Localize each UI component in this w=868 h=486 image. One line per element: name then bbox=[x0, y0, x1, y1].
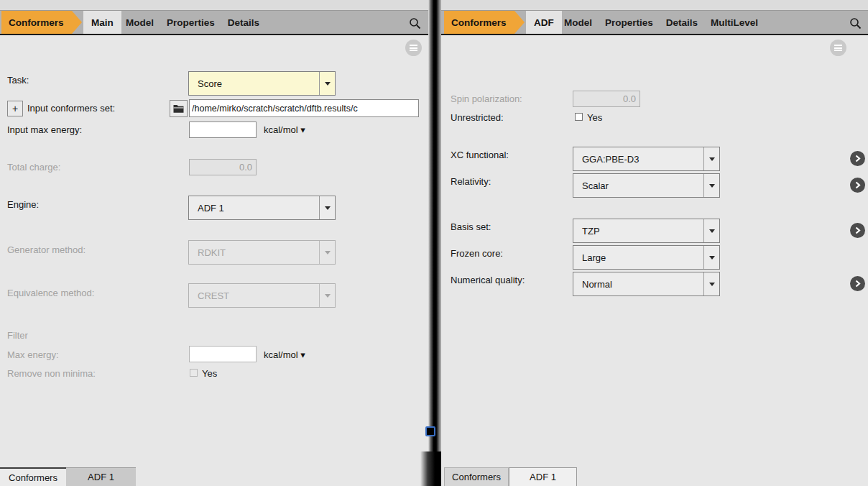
left-tab-main[interactable]: Main bbox=[83, 11, 121, 34]
right-tab-multilevel-label: MultiLevel bbox=[711, 17, 758, 28]
right-tab-multilevel[interactable]: MultiLevel bbox=[704, 11, 765, 34]
right-top-strip bbox=[440, 0, 868, 10]
left-panel-menu-button[interactable] bbox=[405, 40, 422, 56]
left-workflow-tab-label: Conformers bbox=[9, 17, 64, 28]
chevron-down-icon bbox=[325, 206, 331, 210]
right-tab-details[interactable]: Details bbox=[660, 11, 704, 34]
equivalence-method-label: Equivalence method: bbox=[7, 288, 94, 298]
chevron-down-icon bbox=[709, 157, 715, 161]
task-label: Task: bbox=[7, 75, 29, 86]
remove-non-minima-label: Remove non minima: bbox=[7, 368, 96, 379]
right-workflow-tab-label: Conformers bbox=[451, 17, 507, 28]
right-tabs: Model Properties Details MultiLevel bbox=[558, 11, 765, 34]
chevron-down-icon bbox=[709, 256, 715, 260]
right-bottom-tab-conformers[interactable]: Conformers bbox=[444, 467, 509, 486]
basis-set-details-button[interactable] bbox=[850, 223, 865, 238]
left-bottom-tab-adf1[interactable]: ADF 1 bbox=[66, 467, 136, 486]
folder-icon bbox=[173, 104, 184, 113]
max-energy-field bbox=[189, 346, 257, 362]
splitter-handle[interactable] bbox=[425, 426, 435, 436]
relativity-value: Scalar bbox=[573, 174, 703, 197]
xc-functional-label: XC functional: bbox=[451, 150, 509, 160]
chevron-right-icon bbox=[854, 226, 862, 234]
spin-polarization-field bbox=[573, 91, 640, 107]
input-max-energy-field[interactable] bbox=[189, 122, 257, 138]
input-max-energy-label: Input max energy: bbox=[7, 124, 82, 135]
xc-functional-value: GGA:PBE-D3 bbox=[573, 147, 703, 170]
basis-set-arrow[interactable] bbox=[703, 219, 719, 242]
frozen-core-value: Large bbox=[573, 246, 703, 269]
right-bottom-tab-adf1[interactable]: ADF 1 bbox=[509, 467, 577, 486]
left-tab-main-label: Main bbox=[91, 17, 114, 28]
basis-set-dropdown[interactable]: TZP bbox=[573, 219, 720, 243]
unrestricted-label: Unrestricted: bbox=[451, 112, 504, 123]
numerical-quality-value: Normal bbox=[573, 272, 703, 295]
xc-functional-arrow[interactable] bbox=[703, 147, 719, 170]
right-bottom-tab-adf1-label: ADF 1 bbox=[530, 472, 556, 482]
unrestricted-checkbox[interactable] bbox=[575, 113, 583, 121]
frozen-core-label: Frozen core: bbox=[451, 248, 503, 259]
left-bottom-tab-adf1-label: ADF 1 bbox=[88, 472, 114, 482]
task-dropdown[interactable]: Score bbox=[188, 71, 336, 96]
xc-functional-dropdown[interactable]: GGA:PBE-D3 bbox=[573, 147, 720, 171]
relativity-label: Relativity: bbox=[451, 176, 491, 187]
input-conformers-set-label: Input conformers set: bbox=[27, 103, 115, 114]
remove-non-minima-checkbox-label: Yes bbox=[202, 368, 217, 379]
numerical-quality-dropdown[interactable]: Normal bbox=[573, 272, 720, 296]
xc-functional-details-button[interactable] bbox=[850, 151, 865, 166]
app-window: Conformers Main Model Properties Details… bbox=[0, 0, 868, 486]
right-tab-adf[interactable]: ADF bbox=[526, 11, 562, 34]
left-workflow-tab-conformers[interactable]: Conformers bbox=[1, 11, 82, 34]
left-search-button[interactable] bbox=[407, 16, 422, 30]
left-tab-model[interactable]: Model bbox=[119, 11, 160, 34]
filter-section-header: Filter bbox=[7, 330, 28, 341]
generator-method-dropdown: RDKIT bbox=[188, 240, 336, 265]
left-bottom-strip: Conformers ADF 1 bbox=[0, 467, 429, 486]
numerical-quality-arrow[interactable] bbox=[703, 272, 719, 295]
search-icon bbox=[409, 17, 421, 29]
right-tab-model[interactable]: Model bbox=[558, 11, 599, 34]
equivalence-method-value: CREST bbox=[189, 284, 319, 307]
conformers-set-path-input[interactable] bbox=[189, 99, 419, 117]
frozen-core-arrow[interactable] bbox=[703, 246, 719, 269]
left-tab-bar: Conformers Main Model Properties Details bbox=[0, 10, 429, 35]
chevron-down-icon bbox=[709, 229, 715, 233]
panel-splitter[interactable] bbox=[428, 0, 441, 486]
left-tab-properties[interactable]: Properties bbox=[160, 11, 221, 34]
right-bottom-strip: Conformers ADF 1 bbox=[440, 467, 868, 486]
right-tab-properties-label: Properties bbox=[605, 17, 653, 28]
equivalence-method-arrow bbox=[319, 284, 335, 307]
right-workflow-tab-conformers[interactable]: Conformers bbox=[444, 11, 525, 34]
left-tab-details[interactable]: Details bbox=[221, 11, 266, 34]
left-tabs: Model Properties Details bbox=[119, 11, 266, 34]
relativity-details-button[interactable] bbox=[850, 178, 865, 193]
left-bottom-tab-conformers[interactable]: Conformers bbox=[0, 467, 66, 486]
max-energy-label: Max energy: bbox=[7, 349, 59, 360]
right-search-button[interactable] bbox=[848, 16, 862, 30]
right-tab-model-label: Model bbox=[564, 17, 592, 28]
relativity-arrow[interactable] bbox=[703, 174, 719, 197]
chevron-right-icon bbox=[854, 280, 862, 288]
remove-non-minima-checkbox bbox=[190, 369, 198, 377]
add-conformers-set-button[interactable]: + bbox=[7, 101, 23, 116]
task-dropdown-arrow[interactable] bbox=[319, 72, 335, 95]
numerical-quality-details-button[interactable] bbox=[850, 276, 865, 291]
right-panel-menu-button[interactable] bbox=[830, 40, 846, 56]
panel-conformers-main: Conformers Main Model Properties Details… bbox=[0, 0, 429, 486]
browse-file-button[interactable] bbox=[170, 100, 188, 117]
chevron-down-icon bbox=[709, 283, 715, 286]
generator-method-value: RDKIT bbox=[189, 241, 319, 264]
engine-label: Engine: bbox=[7, 199, 39, 210]
generator-method-label: Generator method: bbox=[7, 244, 86, 255]
left-bottom-tab-conformers-label: Conformers bbox=[9, 472, 57, 483]
right-tab-properties[interactable]: Properties bbox=[599, 11, 660, 34]
frozen-core-dropdown[interactable]: Large bbox=[573, 245, 720, 270]
equivalence-method-dropdown: CREST bbox=[188, 283, 336, 308]
panel-splitter-footer bbox=[420, 451, 441, 486]
chevron-right-icon bbox=[854, 155, 862, 162]
relativity-dropdown[interactable]: Scalar bbox=[573, 173, 720, 198]
engine-dropdown[interactable]: ADF 1 bbox=[188, 196, 336, 220]
engine-dropdown-arrow[interactable] bbox=[319, 196, 335, 219]
input-max-energy-unit-dropdown[interactable]: kcal/mol ▾ bbox=[264, 124, 305, 135]
basis-set-label: Basis set: bbox=[451, 221, 491, 232]
